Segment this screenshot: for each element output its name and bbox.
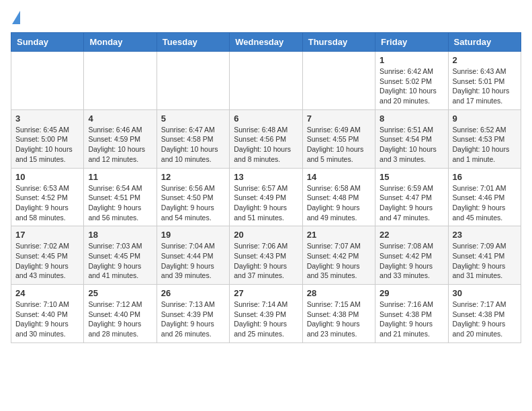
calendar-week-row: 24Sunrise: 7:10 AM Sunset: 4:40 PM Dayli… [11, 285, 521, 343]
calendar-cell [302, 52, 375, 110]
calendar-header-thursday: Thursday [302, 33, 375, 52]
logo-triangle-icon [12, 11, 20, 24]
day-info: Sunrise: 7:06 AM Sunset: 4:43 PM Dayligh… [234, 241, 298, 281]
page-header [11, 11, 521, 26]
calendar-cell: 4Sunrise: 6:46 AM Sunset: 4:59 PM Daylig… [84, 109, 157, 168]
calendar-cell: 2Sunrise: 6:43 AM Sunset: 5:01 PM Daylig… [448, 52, 521, 110]
calendar-cell: 20Sunrise: 7:06 AM Sunset: 4:43 PM Dayli… [230, 226, 302, 285]
day-info: Sunrise: 7:09 AM Sunset: 4:41 PM Dayligh… [453, 241, 517, 281]
day-number: 21 [307, 230, 371, 240]
calendar-week-row: 17Sunrise: 7:02 AM Sunset: 4:45 PM Dayli… [11, 226, 521, 285]
day-number: 7 [307, 113, 371, 124]
day-info: Sunrise: 7:02 AM Sunset: 4:45 PM Dayligh… [15, 241, 79, 281]
calendar-cell: 22Sunrise: 7:08 AM Sunset: 4:42 PM Dayli… [375, 226, 448, 285]
calendar-cell [11, 52, 84, 110]
calendar-cell: 7Sunrise: 6:49 AM Sunset: 4:55 PM Daylig… [302, 109, 375, 168]
day-info: Sunrise: 6:53 AM Sunset: 4:52 PM Dayligh… [15, 183, 79, 223]
calendar-cell: 15Sunrise: 6:59 AM Sunset: 4:47 PM Dayli… [375, 168, 448, 226]
day-number: 1 [380, 55, 443, 65]
day-info: Sunrise: 7:07 AM Sunset: 4:42 PM Dayligh… [307, 241, 371, 281]
day-number: 23 [453, 230, 517, 240]
calendar-cell [84, 52, 157, 110]
day-info: Sunrise: 6:42 AM Sunset: 5:02 PM Dayligh… [380, 66, 443, 106]
calendar-cell: 8Sunrise: 6:51 AM Sunset: 4:54 PM Daylig… [375, 109, 448, 168]
calendar-header-sunday: Sunday [11, 33, 84, 52]
day-number: 25 [88, 288, 152, 298]
calendar-header-row: SundayMondayTuesdayWednesdayThursdayFrid… [11, 33, 521, 52]
day-number: 6 [234, 113, 298, 124]
calendar-cell: 14Sunrise: 6:58 AM Sunset: 4:48 PM Dayli… [302, 168, 375, 226]
day-number: 5 [161, 113, 225, 124]
day-info: Sunrise: 6:58 AM Sunset: 4:48 PM Dayligh… [307, 183, 371, 223]
calendar-cell: 1Sunrise: 6:42 AM Sunset: 5:02 PM Daylig… [375, 52, 448, 110]
calendar-cell: 28Sunrise: 7:15 AM Sunset: 4:38 PM Dayli… [302, 285, 375, 343]
day-number: 22 [380, 230, 443, 240]
day-number: 27 [234, 288, 298, 298]
calendar-header-tuesday: Tuesday [157, 33, 229, 52]
calendar-week-row: 3Sunrise: 6:45 AM Sunset: 5:00 PM Daylig… [11, 109, 521, 168]
calendar-cell: 3Sunrise: 6:45 AM Sunset: 5:00 PM Daylig… [11, 109, 84, 168]
day-info: Sunrise: 6:56 AM Sunset: 4:50 PM Dayligh… [161, 183, 225, 223]
day-info: Sunrise: 7:16 AM Sunset: 4:38 PM Dayligh… [380, 300, 443, 339]
day-info: Sunrise: 7:17 AM Sunset: 4:38 PM Dayligh… [453, 300, 517, 339]
calendar-cell: 29Sunrise: 7:16 AM Sunset: 4:38 PM Dayli… [375, 285, 448, 343]
calendar-cell: 6Sunrise: 6:48 AM Sunset: 4:56 PM Daylig… [230, 109, 302, 168]
calendar-header-monday: Monday [84, 33, 157, 52]
day-number: 10 [15, 172, 79, 182]
day-number: 3 [15, 113, 79, 124]
calendar-cell: 30Sunrise: 7:17 AM Sunset: 4:38 PM Dayli… [448, 285, 521, 343]
day-number: 14 [307, 172, 371, 182]
day-info: Sunrise: 7:14 AM Sunset: 4:39 PM Dayligh… [234, 300, 298, 339]
day-number: 26 [161, 288, 225, 298]
day-info: Sunrise: 7:08 AM Sunset: 4:42 PM Dayligh… [380, 241, 443, 281]
day-number: 30 [453, 288, 517, 298]
logo [11, 11, 20, 26]
day-info: Sunrise: 6:49 AM Sunset: 4:55 PM Dayligh… [307, 125, 371, 165]
calendar-cell: 23Sunrise: 7:09 AM Sunset: 4:41 PM Dayli… [448, 226, 521, 285]
day-info: Sunrise: 7:10 AM Sunset: 4:40 PM Dayligh… [15, 300, 79, 339]
calendar-cell: 27Sunrise: 7:14 AM Sunset: 4:39 PM Dayli… [230, 285, 302, 343]
day-info: Sunrise: 6:52 AM Sunset: 4:53 PM Dayligh… [453, 125, 517, 165]
calendar-week-row: 1Sunrise: 6:42 AM Sunset: 5:02 PM Daylig… [11, 52, 521, 110]
calendar-header-wednesday: Wednesday [230, 33, 302, 52]
calendar-cell [157, 52, 229, 110]
day-number: 19 [161, 230, 225, 240]
day-number: 29 [380, 288, 443, 298]
day-number: 11 [88, 172, 152, 182]
day-number: 16 [453, 172, 517, 182]
calendar-cell: 12Sunrise: 6:56 AM Sunset: 4:50 PM Dayli… [157, 168, 229, 226]
calendar-cell [230, 52, 302, 110]
day-number: 9 [453, 113, 517, 124]
day-info: Sunrise: 6:51 AM Sunset: 4:54 PM Dayligh… [380, 125, 443, 165]
day-info: Sunrise: 6:47 AM Sunset: 4:58 PM Dayligh… [161, 125, 225, 165]
day-info: Sunrise: 7:13 AM Sunset: 4:39 PM Dayligh… [161, 300, 225, 339]
day-number: 17 [15, 230, 79, 240]
day-info: Sunrise: 7:01 AM Sunset: 4:46 PM Dayligh… [453, 183, 517, 223]
calendar-header-friday: Friday [375, 33, 448, 52]
calendar-table: SundayMondayTuesdayWednesdayThursdayFrid… [11, 32, 521, 343]
day-number: 8 [380, 113, 443, 124]
day-info: Sunrise: 7:15 AM Sunset: 4:38 PM Dayligh… [307, 300, 371, 339]
calendar-header-saturday: Saturday [448, 33, 521, 52]
calendar-cell: 16Sunrise: 7:01 AM Sunset: 4:46 PM Dayli… [448, 168, 521, 226]
day-number: 18 [88, 230, 152, 240]
day-info: Sunrise: 6:43 AM Sunset: 5:01 PM Dayligh… [453, 66, 517, 106]
day-number: 4 [88, 113, 152, 124]
day-info: Sunrise: 6:46 AM Sunset: 4:59 PM Dayligh… [88, 125, 152, 165]
calendar-week-row: 10Sunrise: 6:53 AM Sunset: 4:52 PM Dayli… [11, 168, 521, 226]
day-number: 28 [307, 288, 371, 298]
calendar-cell: 13Sunrise: 6:57 AM Sunset: 4:49 PM Dayli… [230, 168, 302, 226]
day-number: 20 [234, 230, 298, 240]
calendar-cell: 19Sunrise: 7:04 AM Sunset: 4:44 PM Dayli… [157, 226, 229, 285]
day-info: Sunrise: 7:04 AM Sunset: 4:44 PM Dayligh… [161, 241, 225, 281]
calendar-cell: 10Sunrise: 6:53 AM Sunset: 4:52 PM Dayli… [11, 168, 84, 226]
calendar-cell: 17Sunrise: 7:02 AM Sunset: 4:45 PM Dayli… [11, 226, 84, 285]
calendar-cell: 21Sunrise: 7:07 AM Sunset: 4:42 PM Dayli… [302, 226, 375, 285]
day-info: Sunrise: 6:54 AM Sunset: 4:51 PM Dayligh… [88, 183, 152, 223]
calendar-body: 1Sunrise: 6:42 AM Sunset: 5:02 PM Daylig… [11, 52, 521, 343]
calendar-cell: 9Sunrise: 6:52 AM Sunset: 4:53 PM Daylig… [448, 109, 521, 168]
calendar-cell: 25Sunrise: 7:12 AM Sunset: 4:40 PM Dayli… [84, 285, 157, 343]
day-info: Sunrise: 6:59 AM Sunset: 4:47 PM Dayligh… [380, 183, 443, 223]
calendar-cell: 26Sunrise: 7:13 AM Sunset: 4:39 PM Dayli… [157, 285, 229, 343]
day-info: Sunrise: 7:03 AM Sunset: 4:45 PM Dayligh… [88, 241, 152, 281]
